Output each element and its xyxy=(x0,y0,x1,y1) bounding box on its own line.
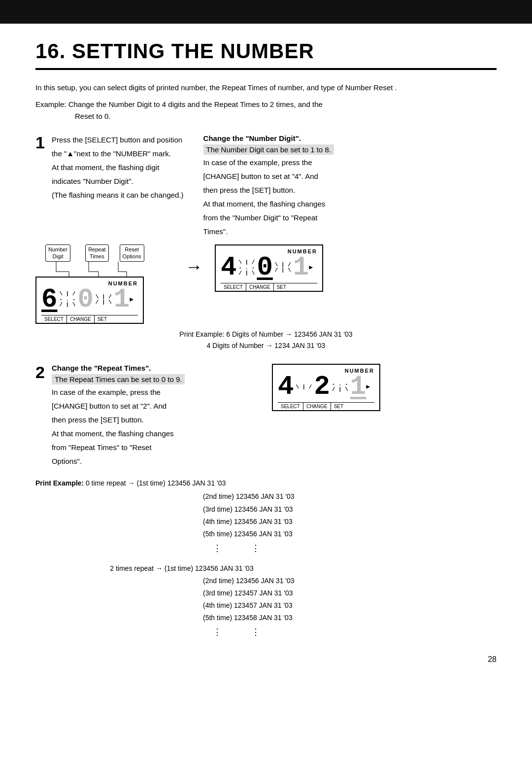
example-label: Example: Change the Number Digit to 4 di… xyxy=(35,100,323,108)
lcd-right-digit2: 0 xyxy=(257,254,272,281)
step2-left: Change the "Repeat Times". The Repeat Ti… xyxy=(52,364,252,469)
step2-line3: then press the [SET] button. xyxy=(52,414,252,426)
step2-heading: Change the "Repeat Times". xyxy=(52,364,252,372)
step1-row: 1 Press the [SELECT] button and position… xyxy=(35,134,497,240)
step2-right: NUMBER 4 \ | / 2 - . - / | \ xyxy=(272,364,497,469)
print-two-time3: (3rd time) xyxy=(203,587,234,599)
print-ex1-line2-value: 1234 JAN 31 '03 xyxy=(274,342,325,349)
label-number-digit: NumberDigit xyxy=(45,244,70,262)
page-number: 28 xyxy=(35,655,497,664)
lcd-right-btn-select: SELECT xyxy=(221,283,246,291)
print-zero-time5: (5th time) xyxy=(203,528,234,540)
step1-left: Press the [SELECT] button and position t… xyxy=(52,134,184,203)
lcd-display2: NUMBER 4 \ | / 2 - . - / | \ xyxy=(272,364,380,411)
print-bold-label: Print Example: xyxy=(35,477,84,489)
print-ex1-line1: Print Example: 6 Digits of Number → 1234… xyxy=(35,329,497,341)
print-two-val4: 123457 JAN 31 '03 xyxy=(234,599,293,612)
print-two-val1: 123456 JAN 31 '03 xyxy=(195,562,254,575)
print-zero-row3: (3rd time) 123456 JAN 31 '03 xyxy=(35,503,497,516)
print-two-val2: 123456 JAN 31 '03 xyxy=(236,575,295,587)
print-two-time1: (1st time) xyxy=(165,562,195,575)
step2-row: 2 Change the "Repeat Times". The Repeat … xyxy=(35,364,497,469)
lcd2-btn-select: SELECT xyxy=(278,403,303,410)
arrow-symbol: → xyxy=(185,244,203,277)
step2-line1: In case of the example, press the xyxy=(52,386,252,398)
label-repeat-times: RepeatTimes xyxy=(85,244,108,262)
print-table-header: Print Example: 0 time repeat → (1st time… xyxy=(35,477,497,489)
step1-right-line5: from the "Number Digit" to "Repeat xyxy=(203,212,497,224)
step1-line5: (The flashing means it can be changed.) xyxy=(52,189,184,201)
print-ex1-line1-value: 123456 JAN 31 '03 xyxy=(294,330,353,338)
step1-right: Change the "Number Digit". The Number Di… xyxy=(203,134,497,240)
step1-right-line3: then press the [SET] button. xyxy=(203,184,497,196)
intro-paragraph: In this setup, you can select digits of … xyxy=(35,82,497,94)
print-two-row1: 2 times repeat → (1st time) 123456 JAN 3… xyxy=(35,562,497,575)
print-zero-time4: (4th time) xyxy=(203,516,234,528)
print-zero-row4: (4th time) 123456 JAN 31 '03 xyxy=(35,516,497,528)
step1-line3: At that moment, the flashing digit xyxy=(52,162,184,174)
step1-line2: the "▲"next to the "NUMBER" mark. xyxy=(52,148,184,160)
print-ex1-line2-label: 4 Digits of Number xyxy=(207,342,264,349)
print-zero-ellipsis: ⋮ ⋮ xyxy=(35,540,497,556)
step1-right-line4: At that moment, the flashing changes xyxy=(203,198,497,210)
print-two-time4: (4th time) xyxy=(203,599,234,612)
label-reset-options: ResetOptions xyxy=(120,244,144,262)
step1-line1: Press the [SELECT] button and position xyxy=(52,134,184,146)
print-zero-val4: 123456 JAN 31 '03 xyxy=(234,516,293,528)
print-bold-value: 0 time repeat xyxy=(84,477,126,489)
step2-line2: [CHANGE] button to set at "2". And xyxy=(52,400,252,412)
lcd-left-btn-select: SELECT xyxy=(41,315,67,323)
print-time-1st-0: (1st time) xyxy=(136,477,167,489)
print-ex1-line1-arrow: → xyxy=(285,330,294,338)
step2-line4: At that moment, the flashing changes xyxy=(52,428,252,440)
lcd-right-btn-change: CHANGE xyxy=(246,283,274,291)
lcd2-digit3: 1 xyxy=(350,374,366,400)
print-two-time2: (2nd time) xyxy=(203,575,236,587)
print-zero-row2: (2nd time) 123456 JAN 31 '03 xyxy=(35,490,497,503)
print-zero-row5: (5th time) 123456 JAN 31 '03 xyxy=(35,528,497,540)
print-two-row4: (4th time) 123457 JAN 31 '03 xyxy=(35,599,497,612)
lcd2-buttons: SELECT CHANGE SET xyxy=(278,402,374,410)
step2-section: 2 Change the "Repeat Times". The Repeat … xyxy=(35,364,497,640)
step1-right-heading: Change the "Number Digit". xyxy=(203,134,497,142)
print-arrow-0: → xyxy=(126,477,137,489)
print-two-repeat: 2 times repeat → (1st time) 123456 JAN 3… xyxy=(35,562,497,640)
lcd-left-digit2: 0 xyxy=(77,286,93,313)
lcd2-btn-change: CHANGE xyxy=(303,403,331,410)
print-two-row3: (3rd time) 123457 JAN 31 '03 xyxy=(35,587,497,599)
print-two-row5: (5th time) 123458 JAN 31 '03 xyxy=(35,612,497,624)
header-bar xyxy=(0,0,532,24)
print-two-val3: 123457 JAN 31 '03 xyxy=(234,587,293,599)
lcd2-btn-set: SET xyxy=(331,403,346,410)
print-two-val5: 123458 JAN 31 '03 xyxy=(234,612,293,624)
example-indent: Reset to 0. xyxy=(75,110,497,122)
lcd-left-digit1: 6 xyxy=(41,286,57,313)
page-title: 16. SETTING THE NUMBER xyxy=(35,39,497,70)
print-two-row2: (2nd time) 123456 JAN 31 '03 xyxy=(35,575,497,587)
print-ex1-line2: 4 Digits of Number → 1234 JAN 31 '03 xyxy=(35,340,497,352)
print-ex1-line2-arrow: → xyxy=(266,342,274,349)
print-zero-time2: (2nd time) xyxy=(203,490,236,503)
lcd-left-btn-change: CHANGE xyxy=(67,315,95,323)
connector-lines-svg xyxy=(45,262,173,277)
print-value-1st-0: 123456 JAN 31 '03 xyxy=(167,477,226,489)
print-two-arrow: → xyxy=(154,562,165,575)
step2-highlight: The Repeat Times can be set to 0 to 9. xyxy=(52,374,185,384)
lcd-left-digit3: 1 xyxy=(114,286,130,313)
page-content: 16. SETTING THE NUMBER In this setup, yo… xyxy=(0,24,532,694)
step2-line6: Options". xyxy=(52,455,252,467)
print-zero-val3: 123456 JAN 31 '03 xyxy=(234,503,293,516)
print-two-ellipsis: ⋮ ⋮ xyxy=(35,624,497,640)
lcd-left-btn-set: SET xyxy=(95,315,110,323)
print-two-time5: (5th time) xyxy=(203,612,234,624)
example-text: Example: Change the Number Digit to 4 di… xyxy=(35,99,497,122)
print-zero-time3: (3rd time) xyxy=(203,503,234,516)
step1-right-line1: In case of the example, press the xyxy=(203,157,497,169)
step2-number: 2 xyxy=(35,364,45,381)
lcd-right-digit3: 1 xyxy=(293,254,309,281)
print-zero-repeat: (2nd time) 123456 JAN 31 '03 (3rd time) … xyxy=(35,490,497,556)
lcd-right-buttons: SELECT CHANGE SET xyxy=(221,283,317,291)
step1-right-line6: Times". xyxy=(203,226,497,238)
lcd2-digit2: 2 xyxy=(314,374,330,400)
step1-right-line2: [CHANGE] button to set at "4". And xyxy=(203,171,497,182)
